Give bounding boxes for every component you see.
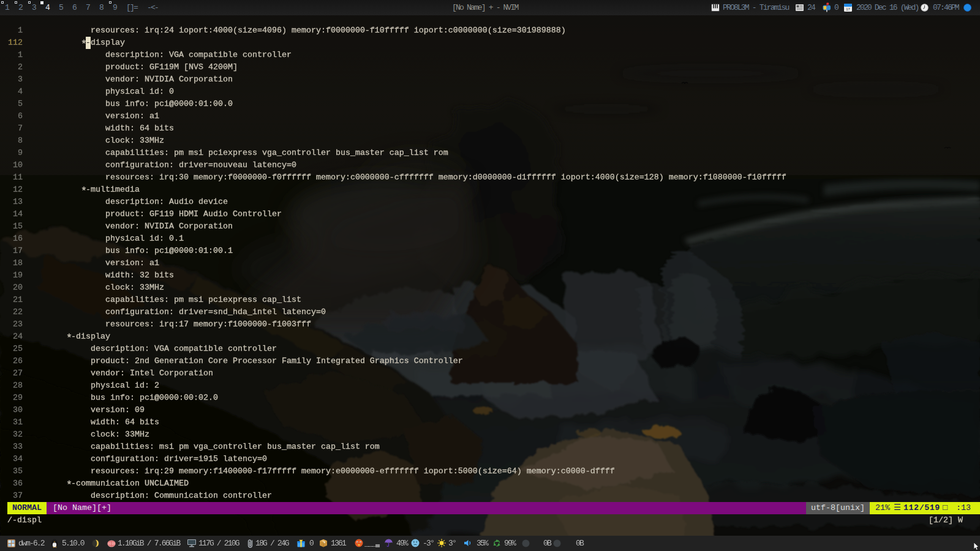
svg-text:17: 17 bbox=[846, 7, 850, 11]
